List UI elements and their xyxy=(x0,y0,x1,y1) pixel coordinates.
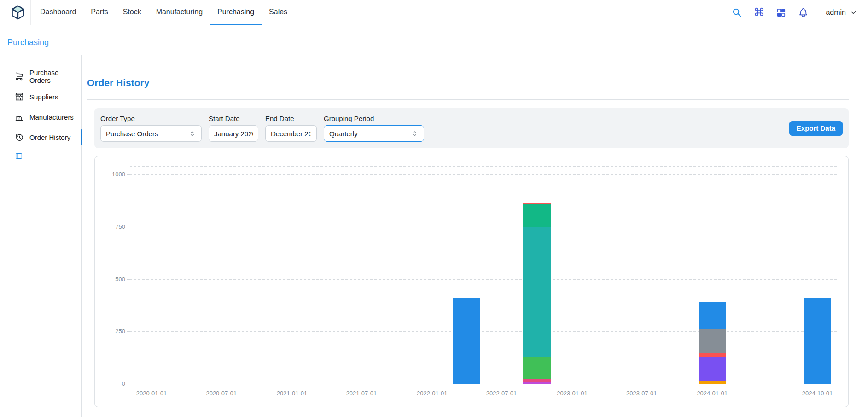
bar-segment xyxy=(523,357,551,379)
x-tick-label: 2021-07-01 xyxy=(346,390,377,397)
y-tick-label: 750 xyxy=(95,223,125,230)
x-tick-label: 2022-01-01 xyxy=(417,390,448,397)
sidebar-item-purchase-orders[interactable]: Purchase Orders xyxy=(0,66,81,87)
history-icon xyxy=(15,133,24,142)
y-tick-mark xyxy=(127,227,130,227)
bar-segment xyxy=(523,204,551,227)
end-date-field: End Date xyxy=(265,115,317,142)
order-type-value: Purchase Orders xyxy=(106,130,158,138)
gridline xyxy=(130,331,837,332)
bar-2024-01-01 xyxy=(699,302,726,384)
y-tick-label: 250 xyxy=(95,328,125,335)
bar-segment xyxy=(699,353,726,357)
user-menu[interactable]: admin xyxy=(826,8,858,17)
gridline xyxy=(130,227,837,227)
y-tick-mark xyxy=(127,384,130,384)
app-logo[interactable] xyxy=(10,5,26,20)
chevron-up-down-icon xyxy=(188,130,196,138)
y-axis-line xyxy=(130,166,130,384)
y-tick-mark xyxy=(127,279,130,280)
tab-sales[interactable]: Sales xyxy=(262,0,295,25)
x-tick-label: 2021-01-01 xyxy=(277,390,308,397)
start-date-field: Start Date xyxy=(209,115,258,142)
end-date-label: End Date xyxy=(265,115,317,122)
tab-parts[interactable]: Parts xyxy=(83,0,115,25)
end-date-input[interactable] xyxy=(265,125,317,142)
bar-2024-10-01 xyxy=(804,298,831,384)
start-date-label: Start Date xyxy=(209,115,258,122)
gridline xyxy=(130,279,837,280)
username: admin xyxy=(826,8,846,17)
order-type-field: Order Type Purchase Orders xyxy=(100,115,202,142)
y-tick-label: 1000 xyxy=(95,171,125,178)
x-tick-label: 2024-10-01 xyxy=(802,390,833,397)
building-factory-icon xyxy=(15,112,24,122)
sidebar-item-order-history[interactable]: Order History xyxy=(0,127,81,147)
bar-segment xyxy=(699,329,726,353)
search-icon[interactable] xyxy=(731,6,743,18)
sidebar-item-label: Suppliers xyxy=(29,93,58,101)
sidebar-collapse-icon[interactable] xyxy=(15,152,23,160)
top-navbar: Dashboard Parts Stock Manufacturing Purc… xyxy=(0,0,868,25)
qr-grid-icon[interactable] xyxy=(775,6,787,18)
bar-segment xyxy=(699,302,726,329)
sidebar-item-manufacturers[interactable]: Manufacturers xyxy=(0,107,81,127)
grouping-period-label: Grouping Period xyxy=(324,115,424,122)
content: Purchase Orders Suppliers Manufacturers xyxy=(0,55,868,417)
grouping-period-field: Grouping Period Quarterly xyxy=(324,115,424,142)
main-panel: Order History Order Type Purchase Orders… xyxy=(82,55,868,417)
tab-purchasing[interactable]: Purchasing xyxy=(210,0,262,25)
gridline xyxy=(130,384,837,384)
bar-segment xyxy=(804,298,831,384)
sidebar-item-label: Manufacturers xyxy=(29,113,74,121)
y-tick-mark xyxy=(127,331,130,332)
filter-panel: Order Type Purchase Orders Start Date En… xyxy=(94,108,849,148)
command-icon[interactable]: ⌘ xyxy=(753,6,765,18)
x-tick-label: 2022-07-01 xyxy=(486,390,517,397)
order-type-label: Order Type xyxy=(100,115,202,122)
page-title: Order History xyxy=(87,77,849,88)
tab-stock[interactable]: Stock xyxy=(116,0,149,25)
x-tick-label: 2020-07-01 xyxy=(206,390,237,397)
start-date-input[interactable] xyxy=(209,125,258,142)
x-tick-label: 2024-01-01 xyxy=(697,390,728,397)
export-data-button[interactable]: Export Data xyxy=(789,121,843,136)
breadcrumb-purchasing[interactable]: Purchasing xyxy=(7,38,49,47)
bar-segment xyxy=(699,357,726,381)
gridline xyxy=(130,174,837,175)
bell-icon[interactable] xyxy=(797,6,809,18)
main-nav-tabs: Dashboard Parts Stock Manufacturing Purc… xyxy=(30,0,297,25)
command-glyph: ⌘ xyxy=(753,7,764,18)
x-tick-label: 2023-01-01 xyxy=(557,390,588,397)
grouping-period-select[interactable]: Quarterly xyxy=(324,125,424,142)
grouping-period-value: Quarterly xyxy=(329,130,358,138)
chevron-down-icon xyxy=(849,8,858,17)
order-type-select[interactable]: Purchase Orders xyxy=(100,125,202,142)
sidebar: Purchase Orders Suppliers Manufacturers xyxy=(0,55,82,417)
bar-2022-04-01 xyxy=(453,298,480,384)
bar-segment xyxy=(523,227,551,357)
sidebar-item-suppliers[interactable]: Suppliers xyxy=(0,87,81,107)
x-tick-label: 2020-01-01 xyxy=(136,390,167,397)
building-store-icon xyxy=(15,92,24,101)
y-tick-label: 0 xyxy=(95,380,125,387)
title-divider xyxy=(87,99,849,100)
bar-2022-10-01 xyxy=(523,203,551,384)
breadcrumb: Purchasing xyxy=(0,25,868,55)
tab-manufacturing[interactable]: Manufacturing xyxy=(149,0,210,25)
sidebar-item-label: Order History xyxy=(29,133,70,141)
x-tick-label: 2023-07-01 xyxy=(626,390,657,397)
y-tick-mark xyxy=(127,174,130,175)
bar-segment xyxy=(699,381,726,384)
navbar-actions: ⌘ admin xyxy=(731,6,858,18)
chevron-up-down-icon xyxy=(411,130,419,138)
bar-segment xyxy=(453,298,480,384)
order-history-chart-panel: 025050075010002020-01-012020-07-012021-0… xyxy=(94,156,849,407)
shopping-cart-icon xyxy=(15,72,24,81)
sidebar-item-label: Purchase Orders xyxy=(29,69,81,84)
y-tick-label: 500 xyxy=(95,276,125,283)
tab-dashboard[interactable]: Dashboard xyxy=(33,0,83,25)
stacked-bar-chart: 025050075010002020-01-012020-07-012021-0… xyxy=(95,156,848,407)
gridline xyxy=(130,166,837,167)
bar-segment xyxy=(523,382,551,384)
